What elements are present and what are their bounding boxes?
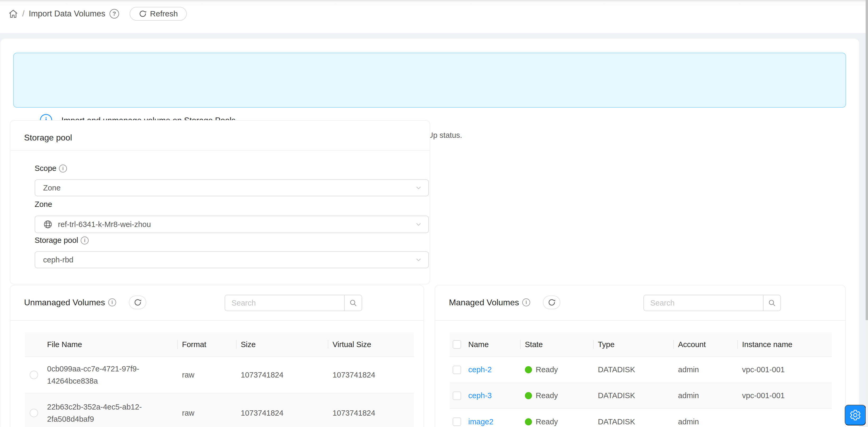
divider: [10, 320, 424, 321]
table-row: 22b63c2b-352a-4ec5-ab12-2fa508d4baf9 raw…: [25, 393, 414, 427]
unmanaged-volumes-card: Unmanaged Volumes i: [10, 285, 424, 427]
cell-account: admin: [674, 409, 738, 427]
breadcrumb-separator: /: [22, 9, 25, 19]
unmanaged-search-button[interactable]: [344, 295, 362, 311]
zone-select-value: ref-trl-6341-k-Mr8-wei-zhou: [58, 220, 151, 229]
managed-search: [643, 295, 781, 311]
column-header-name: Name: [464, 333, 521, 356]
storage-pool-info-icon[interactable]: i: [81, 237, 89, 244]
row-radio[interactable]: [30, 409, 38, 417]
managed-volumes-title: Managed Volumes: [449, 298, 519, 307]
managed-volumes-card: Managed Volumes i: [435, 285, 846, 427]
divider: [10, 150, 430, 151]
scope-info-icon[interactable]: i: [59, 164, 67, 173]
select-all-checkbox[interactable]: [453, 340, 461, 349]
reload-icon: [138, 10, 147, 18]
cell-instance-name: vpc-001-001: [738, 357, 832, 383]
status-dot: [525, 392, 532, 399]
unmanaged-table-header: File Name Format Size Virtual Size: [25, 333, 414, 356]
volume-name-link[interactable]: ceph-3: [468, 391, 492, 400]
unmanaged-info-icon[interactable]: i: [108, 298, 116, 306]
scrollbar-thumb[interactable]: [866, 0, 868, 320]
scope-select-value: Zone: [43, 184, 61, 192]
managed-info-icon[interactable]: i: [522, 298, 530, 306]
column-header-virtual-size: Virtual Size: [328, 333, 414, 356]
reload-icon: [133, 298, 142, 306]
import-data-volumes-page: / Import Data Volumes ? Refresh i Import…: [0, 0, 868, 427]
search-icon: [349, 299, 358, 307]
storage-pool-label: Storage pool i: [35, 236, 89, 245]
managed-search-input[interactable]: [644, 295, 763, 311]
row-radio[interactable]: [30, 371, 38, 379]
table-row: image2 Ready DATADISK admin: [450, 408, 832, 427]
home-breadcrumb-link[interactable]: [8, 8, 19, 19]
cell-virtual-size: 1073741824: [328, 357, 414, 393]
volume-name-link[interactable]: ceph-2: [468, 365, 492, 374]
cell-size: 1073741824: [237, 357, 328, 393]
column-header-instance-name: Instance name: [738, 333, 832, 356]
row-checkbox[interactable]: [453, 418, 461, 426]
zone-label: Zone: [35, 200, 52, 209]
table-row: ceph-3 Ready DATADISK admin vpc-001-001: [450, 383, 832, 408]
column-header-state: State: [521, 333, 594, 356]
cell-format: raw: [178, 393, 237, 427]
cell-file-name: 0cb099aa-cc7e-4721-97f9-14264bce838a: [43, 357, 178, 393]
storage-pool-card-title: Storage pool: [24, 133, 72, 143]
cell-file-name: 22b63c2b-352a-4ec5-ab12-2fa508d4baf9: [43, 393, 178, 427]
table-row: 0cb099aa-cc7e-4721-97f9-14264bce838a raw…: [25, 356, 414, 393]
cell-type: DATADISK: [594, 357, 674, 383]
table-row: ceph-2 Ready DATADISK admin vpc-001-001: [450, 356, 832, 383]
cell-type: DATADISK: [594, 409, 674, 427]
column-header-type: Type: [594, 333, 674, 356]
breadcrumb-bar: / Import Data Volumes ? Refresh: [0, 0, 868, 33]
chevron-down-icon: [414, 184, 423, 192]
status-label: Ready: [536, 418, 558, 426]
reload-icon: [548, 298, 556, 306]
row-checkbox[interactable]: [453, 366, 461, 374]
column-header-file-name: File Name: [43, 333, 178, 356]
cell-type: DATADISK: [594, 383, 674, 408]
refresh-button[interactable]: Refresh: [130, 7, 187, 21]
chevron-down-icon: [414, 220, 423, 228]
managed-volumes-table: Name State Type Account Instance name ce…: [450, 333, 832, 427]
cell-instance-name: vpc-001-001: [738, 383, 832, 408]
gear-icon: [849, 409, 861, 421]
status-dot: [525, 418, 532, 425]
storage-pool-select[interactable]: ceph-rbd: [35, 251, 429, 268]
refresh-button-label: Refresh: [150, 9, 178, 18]
unmanaged-volumes-title: Unmanaged Volumes: [24, 298, 105, 307]
storage-pool-card: Storage pool Scope i Zone Zone ref-trl-6…: [10, 120, 430, 284]
divider: [435, 320, 845, 321]
info-alert: i Import and unmanage volume on Storage …: [13, 53, 846, 108]
breadcrumb: / Import Data Volumes ? Refresh: [8, 5, 187, 23]
column-header-size: Size: [237, 333, 328, 356]
status-label: Ready: [536, 391, 558, 400]
question-circle-icon[interactable]: ?: [110, 9, 119, 19]
home-icon: [8, 9, 18, 19]
scrollbar-track[interactable]: [866, 0, 868, 427]
managed-table-header: Name State Type Account Instance name: [450, 333, 832, 356]
scope-select[interactable]: Zone: [35, 179, 429, 196]
row-checkbox[interactable]: [453, 392, 461, 400]
unmanaged-volumes-table: File Name Format Size Virtual Size 0cb09…: [25, 333, 414, 427]
cell-size: 1073741824: [237, 393, 328, 427]
scope-label: Scope i: [35, 164, 67, 173]
storage-pool-select-value: ceph-rbd: [43, 255, 73, 264]
unmanaged-search: [225, 295, 362, 311]
cell-format: raw: [178, 357, 237, 393]
search-icon: [768, 299, 776, 307]
status-label: Ready: [536, 365, 558, 374]
managed-search-button[interactable]: [763, 295, 780, 311]
column-header-account: Account: [674, 333, 738, 356]
unmanaged-search-input[interactable]: [225, 295, 344, 311]
status-dot: [525, 366, 532, 373]
cell-virtual-size: 1073741824: [328, 393, 414, 427]
column-header-format: Format: [178, 333, 237, 356]
unmanaged-refresh-button[interactable]: [129, 296, 146, 309]
volume-name-link[interactable]: image2: [468, 418, 493, 426]
chevron-down-icon: [414, 256, 423, 264]
page-title: Import Data Volumes: [29, 9, 105, 19]
settings-button[interactable]: [845, 405, 866, 425]
zone-select[interactable]: ref-trl-6341-k-Mr8-wei-zhou: [35, 216, 429, 233]
managed-refresh-button[interactable]: [543, 296, 560, 309]
